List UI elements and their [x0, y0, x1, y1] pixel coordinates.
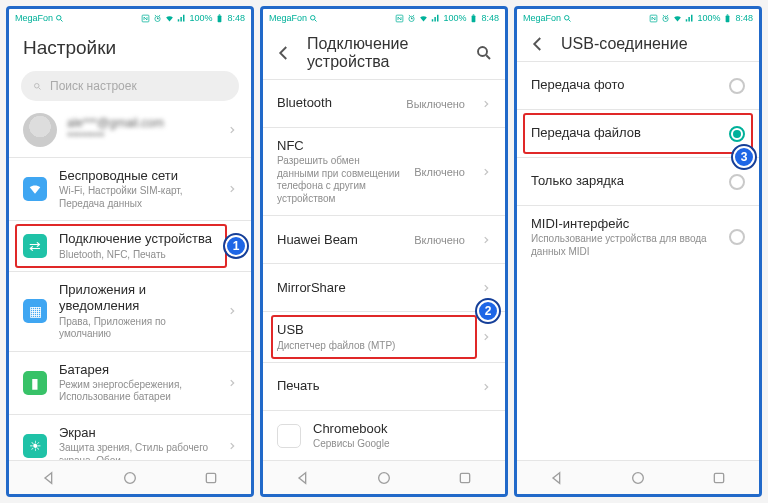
screen-usb-connection: MegaFon 100%8:48 USB-соединение Передача… [514, 6, 762, 497]
wifi-icon [23, 177, 47, 201]
screen-device-connection: MegaFon 100%8:48 Подключение устройства … [260, 6, 508, 497]
header: USB-соединение [517, 27, 759, 61]
back-icon[interactable] [275, 44, 293, 62]
row-file-transfer[interactable]: Передача файлов [517, 109, 759, 157]
chevron-right-icon [481, 167, 491, 177]
page-title: Настройки [23, 37, 237, 59]
step-badge-2: 2 [477, 300, 499, 322]
chevron-right-icon [481, 235, 491, 245]
time-label: 8:48 [227, 13, 245, 23]
signal-icon [177, 14, 186, 23]
usb-options-list: Передача фото Передача файлов Только зар… [517, 61, 759, 460]
row-device-connection[interactable]: ⇄ Подключение устройстваBluetooth, NFC, … [9, 220, 251, 271]
row-wireless[interactable]: Беспроводные сетиWi-Fi, Настройки SIM-ка… [9, 157, 251, 220]
android-navbar [9, 460, 251, 494]
search-icon [309, 14, 318, 23]
signal-icon [431, 14, 440, 23]
radio-button[interactable] [729, 174, 745, 190]
nav-back-icon[interactable] [41, 470, 57, 486]
search-icon[interactable] [475, 44, 493, 62]
nav-home-icon[interactable] [122, 470, 138, 486]
android-navbar [517, 460, 759, 494]
row-mirrorshare[interactable]: MirrorShare [263, 263, 505, 311]
nav-back-icon[interactable] [295, 470, 311, 486]
battery-label: 100% [189, 13, 212, 23]
display-icon: ☀ [23, 434, 47, 458]
status-bar: MegaFon 100%8:48 [517, 9, 759, 27]
step-badge-1: 1 [225, 235, 247, 257]
nfc-icon [395, 14, 404, 23]
step-badge-3: 3 [733, 146, 755, 168]
signal-icon [685, 14, 694, 23]
row-photo-transfer[interactable]: Передача фото [517, 61, 759, 109]
search-placeholder: Поиск настроек [50, 79, 137, 93]
chevron-right-icon [227, 441, 237, 451]
row-bluetooth[interactable]: Bluetooth Выключено [263, 79, 505, 127]
row-display[interactable]: ☀ ЭкранЗащита зрения, Стиль рабочего экр… [9, 414, 251, 460]
chevron-right-icon [227, 184, 237, 194]
settings-list: Беспроводные сетиWi-Fi, Настройки SIM-ка… [9, 157, 251, 460]
wifi-icon [419, 14, 428, 23]
device-icon: ⇄ [23, 234, 47, 258]
row-apps[interactable]: ▦ Приложения и уведомленияПрава, Приложе… [9, 271, 251, 351]
google-icon: G [277, 424, 301, 448]
account-email: ale***@gmail.com [67, 116, 164, 130]
nav-recent-icon[interactable] [711, 470, 727, 486]
nav-back-icon[interactable] [549, 470, 565, 486]
header: Подключение устройства [263, 27, 505, 79]
nfc-icon [141, 14, 150, 23]
page-title: Подключение устройства [307, 35, 461, 71]
page-title: USB-соединение [561, 35, 747, 53]
chevron-right-icon [481, 332, 491, 342]
back-icon[interactable] [529, 35, 547, 53]
alarm-icon [407, 14, 416, 23]
header: Настройки [9, 27, 251, 71]
row-print[interactable]: Печать [263, 362, 505, 410]
connection-list: Bluetooth Выключено NFCРазрешить обмен д… [263, 79, 505, 460]
account-row[interactable]: ale***@gmail.com ******** [9, 109, 251, 157]
screen-settings: MegaFon 100% 8:48 Настройки Поиск настро… [6, 6, 254, 497]
battery-icon [723, 14, 732, 23]
search-icon [33, 82, 42, 91]
radio-button[interactable] [729, 126, 745, 142]
battery-icon: ▮ [23, 371, 47, 395]
row-usb[interactable]: USBДиспетчер файлов (MTP) 2 [263, 311, 505, 362]
row-midi[interactable]: MIDI-интерфейсИспользование устройства д… [517, 205, 759, 268]
chevron-right-icon [227, 125, 237, 135]
alarm-icon [661, 14, 670, 23]
nfc-icon [649, 14, 658, 23]
nav-recent-icon[interactable] [203, 470, 219, 486]
search-icon [55, 14, 64, 23]
search-input[interactable]: Поиск настроек [21, 71, 239, 101]
alarm-icon [153, 14, 162, 23]
row-chromebook[interactable]: G ChromebookСервисы Google [263, 410, 505, 460]
search-icon [563, 14, 572, 23]
battery-icon [469, 14, 478, 23]
radio-button[interactable] [729, 78, 745, 94]
nav-home-icon[interactable] [630, 470, 646, 486]
nav-home-icon[interactable] [376, 470, 392, 486]
row-nfc[interactable]: NFCРазрешить обмен данными при совмещени… [263, 127, 505, 215]
wifi-icon [673, 14, 682, 23]
radio-button[interactable] [729, 229, 745, 245]
wifi-icon [165, 14, 174, 23]
apps-icon: ▦ [23, 299, 47, 323]
row-charge-only[interactable]: Только зарядка 3 [517, 157, 759, 205]
battery-icon [215, 14, 224, 23]
account-sub: ******** [67, 130, 164, 144]
status-bar: MegaFon 100% 8:48 [9, 9, 251, 27]
chevron-right-icon [481, 283, 491, 293]
row-huawei-beam[interactable]: Huawei Beam Включено [263, 215, 505, 263]
chevron-right-icon [481, 382, 491, 392]
row-battery[interactable]: ▮ БатареяРежим энергосбережения, Использ… [9, 351, 251, 414]
nav-recent-icon[interactable] [457, 470, 473, 486]
carrier-label: MegaFon [15, 13, 53, 23]
status-bar: MegaFon 100%8:48 [263, 9, 505, 27]
avatar [23, 113, 57, 147]
chevron-right-icon [481, 99, 491, 109]
chevron-right-icon [227, 378, 237, 388]
chevron-right-icon [227, 306, 237, 316]
android-navbar [263, 460, 505, 494]
